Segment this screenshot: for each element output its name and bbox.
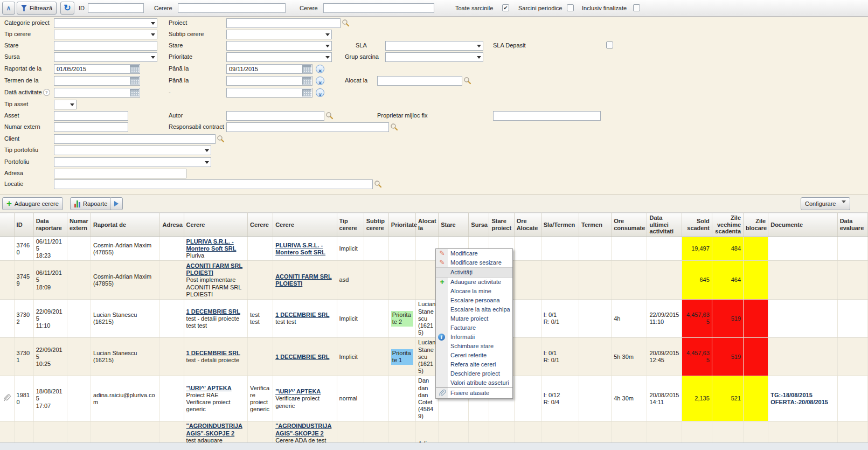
col-header-data_evaluare[interactable]: Data evaluare xyxy=(837,213,867,237)
col-header-alocat_la[interactable]: Alocat la xyxy=(416,213,439,237)
menu-item-alocare-la-mine[interactable]: Alocare la mine xyxy=(436,287,512,296)
col-header-prioritate[interactable]: Prioritate xyxy=(388,213,415,237)
sursa-select[interactable] xyxy=(54,52,157,62)
adresa-input[interactable] xyxy=(54,169,186,178)
request-link[interactable]: 1 DECEMBRIE SRL xyxy=(186,350,240,356)
pana-la-1-date-input[interactable]: 09/11/2015 xyxy=(226,64,313,74)
sla-select[interactable] xyxy=(385,41,483,51)
raportat-de-la-date-input[interactable]: 01/05/2015 xyxy=(54,64,140,74)
request-link[interactable]: 1 DECEMBRIE SRL xyxy=(275,354,329,360)
menu-item-modificare[interactable]: ✎Modificare xyxy=(436,249,512,258)
menu-item-facturare[interactable]: Facturare xyxy=(436,323,512,333)
table-row[interactable]: 3746006/11/201518:23Cosmin-Adrian Maxim … xyxy=(0,237,868,261)
menu-item-fisiere-atasate[interactable]: Fisiere atasate xyxy=(436,389,512,398)
col-header-sold_scadent[interactable]: Sold scadent xyxy=(682,213,712,237)
search-icon[interactable] xyxy=(342,19,350,27)
prioritate-select[interactable] xyxy=(226,52,332,62)
menu-item-schimbare-stare[interactable]: Schimbare stare xyxy=(436,342,512,351)
grup-sarcina-select[interactable] xyxy=(385,52,483,62)
col-header-icon[interactable] xyxy=(0,213,14,237)
table-row[interactable]: 1981018/08/201517:07adina.raiciu@pluriva… xyxy=(0,376,868,421)
search-icon[interactable] xyxy=(325,112,334,120)
request-link[interactable]: "\URI^' APTEKA xyxy=(186,385,232,391)
client-input[interactable] xyxy=(54,134,216,144)
col-header-raportat_de[interactable]: Raportat de xyxy=(91,213,160,237)
table-row[interactable]: 3745906/11/201518:09Cosmin-Adrian Maxim … xyxy=(0,261,868,300)
col-header-ore_consumate[interactable]: Ore consumate xyxy=(612,213,647,237)
search-icon[interactable] xyxy=(217,135,225,143)
data-activitate-date-input[interactable] xyxy=(54,88,140,98)
refresh-button[interactable]: ↻ xyxy=(60,2,74,15)
col-header-data_ultimei[interactable]: Data ultimei activitati xyxy=(647,213,682,237)
tip-asset-select[interactable] xyxy=(54,100,77,109)
table-row[interactable]: 3730222/09/201511:10Lucian Stanescu (162… xyxy=(0,300,868,338)
expand-dates-icon[interactable]: » xyxy=(316,88,324,97)
topbar-checkbox-0[interactable] xyxy=(502,4,509,11)
col-header-stare_proiect[interactable]: Stare proiect xyxy=(489,213,514,237)
request-link[interactable]: ACONITI FARM SRL PLOIESTI xyxy=(186,262,243,276)
tip-cerere-select[interactable] xyxy=(54,30,157,39)
bottom-scrollbar[interactable] xyxy=(0,442,868,450)
menu-item-escalare-la-alta-echipa[interactable]: Escalare la alta echipa xyxy=(436,305,512,314)
data-activitate-pana-date-input[interactable] xyxy=(226,88,313,98)
search-icon[interactable] xyxy=(463,77,472,85)
col-header-sursa[interactable]: Sursa xyxy=(469,213,489,237)
col-header-zile_blocare[interactable]: Zile blocare xyxy=(744,213,768,237)
stare-select[interactable] xyxy=(226,41,332,51)
alocat-la-input[interactable] xyxy=(377,76,462,86)
filter-button[interactable]: Filtrează xyxy=(17,2,57,15)
request-link[interactable]: ACONITI FARM SRL PLOIESTI xyxy=(275,273,332,287)
cerere-input-2[interactable] xyxy=(323,3,434,13)
calendar-icon[interactable] xyxy=(302,89,311,96)
menu-item-modificare-sesizare[interactable]: ✎Modificare sesizare xyxy=(436,258,512,267)
responsabil-contract-input[interactable] xyxy=(226,122,389,132)
col-header-stare[interactable]: Stare xyxy=(439,213,469,237)
expand-dates-icon[interactable]: » xyxy=(316,65,324,73)
menu-item-adaugare-activitate[interactable]: +Adaugare activitate xyxy=(436,278,512,287)
request-link[interactable]: "\URI^' APTEKA xyxy=(275,388,321,394)
menu-item-valori-atribute-asseturi[interactable]: Valori atribute asseturi xyxy=(436,378,512,387)
tip-portofoliu-select[interactable] xyxy=(54,146,211,155)
request-link[interactable]: PLURIVA S.R.L. - Montero Soft SRL xyxy=(186,238,237,252)
reports-button[interactable]: Rapoarte xyxy=(70,197,112,210)
locatie-input[interactable] xyxy=(54,179,373,189)
categorie-proiect-select[interactable] xyxy=(54,18,157,28)
reports-arrow-button[interactable] xyxy=(110,197,123,210)
sla-depasit-checkbox[interactable] xyxy=(606,41,613,49)
col-header-subtip_cerere[interactable]: Subtip cerere xyxy=(364,213,388,237)
col-header-cerere1[interactable]: Cerere xyxy=(184,213,247,237)
proprietar-input[interactable] xyxy=(493,111,601,121)
col-header-cerere2[interactable]: Cerere xyxy=(248,213,273,237)
calendar-icon[interactable] xyxy=(130,89,139,96)
calendar-icon[interactable] xyxy=(130,65,139,73)
calendar-icon[interactable] xyxy=(302,65,311,73)
col-header-id[interactable]: ID xyxy=(14,213,33,237)
search-icon[interactable] xyxy=(390,123,399,131)
subtip-cerere-select[interactable] xyxy=(226,30,332,39)
calendar-icon[interactable] xyxy=(130,77,139,85)
menu-item-informatii[interactable]: iInformatii xyxy=(436,333,512,342)
expand-dates-icon[interactable]: » xyxy=(316,77,324,85)
stare-input[interactable] xyxy=(54,41,157,51)
request-link[interactable]: 1 DECEMBRIE SRL xyxy=(186,308,240,315)
col-header-sla_termen[interactable]: Sla/Termen xyxy=(541,213,579,237)
pana-la-2-date-input[interactable] xyxy=(226,76,313,86)
collapse-panel-button[interactable]: ∧ xyxy=(2,2,15,15)
numar-extern-input[interactable] xyxy=(54,122,128,132)
col-header-tip_cerere[interactable]: Tip cerere xyxy=(337,213,364,237)
menu-item-escalare-persoana[interactable]: Escalare persoana xyxy=(436,296,512,305)
portofoliu-select[interactable] xyxy=(54,157,211,167)
cerere-input-1[interactable] xyxy=(178,3,286,13)
col-header-data_raportare[interactable]: Data raportare xyxy=(33,213,67,237)
table-row[interactable]: 3730122/09/201510:25Lucian Stanescu (162… xyxy=(0,338,868,376)
asset-input[interactable] xyxy=(54,111,128,121)
add-request-button[interactable]: + Adaugare cerere xyxy=(2,197,63,210)
id-input[interactable] xyxy=(88,3,144,13)
topbar-checkbox-2[interactable] xyxy=(633,4,640,11)
request-link[interactable]: "AGROINDUSTRIJA AGIS"-SKOPJE 2 xyxy=(186,423,242,436)
proiect-input[interactable] xyxy=(226,18,341,28)
col-header-termen[interactable]: Termen xyxy=(579,213,612,237)
menu-item-activit-i[interactable]: Activități xyxy=(436,268,512,277)
col-header-numar_extern[interactable]: Numar extern xyxy=(67,213,91,237)
request-link[interactable]: "AGROINDUSTRIJA AGIS"-SKOPJE 2 xyxy=(275,423,331,436)
